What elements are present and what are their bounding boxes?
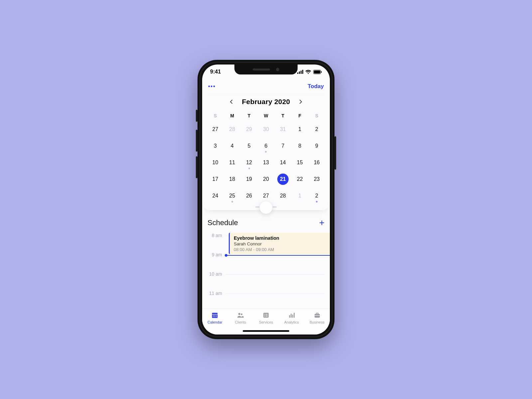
date-cell[interactable]: 27 <box>207 122 224 137</box>
more-button[interactable]: ••• <box>208 83 216 89</box>
date-cell[interactable]: 20 <box>258 172 275 187</box>
date-number: 7 <box>277 140 289 152</box>
today-button[interactable]: Today <box>308 83 324 90</box>
date-number: 23 <box>311 174 323 185</box>
date-cell[interactable]: 2 <box>308 188 325 203</box>
date-cell[interactable]: 3 <box>207 138 224 154</box>
date-cell[interactable]: 12 <box>241 155 258 170</box>
home-indicator[interactable] <box>243 330 289 332</box>
svg-rect-1 <box>299 71 300 74</box>
date-number: 30 <box>260 124 272 135</box>
date-number: 8 <box>294 140 306 152</box>
date-cell[interactable]: 6 <box>258 138 275 154</box>
date-cell[interactable]: 8 <box>291 138 308 154</box>
svg-rect-24 <box>266 316 268 317</box>
chevron-right-icon[interactable] <box>298 99 304 105</box>
date-cell[interactable]: 28 <box>274 188 291 203</box>
date-cell[interactable]: 25 <box>224 188 241 203</box>
date-cell[interactable]: 14 <box>274 155 291 170</box>
services-icon <box>262 312 270 319</box>
weekday-label: W <box>258 111 275 120</box>
tab-calendar[interactable]: Calendar <box>202 312 228 334</box>
hour-divider <box>225 294 325 294</box>
date-number: 19 <box>243 174 255 185</box>
date-cell[interactable]: 28 <box>224 122 241 137</box>
date-cell[interactable]: 13 <box>258 155 275 170</box>
date-cell[interactable]: 24 <box>207 188 224 203</box>
nav-bar: ••• Today <box>202 79 330 94</box>
hour-label: 9 am <box>207 252 225 257</box>
date-cell[interactable]: 2 <box>308 122 325 137</box>
date-cell[interactable]: 15 <box>291 155 308 170</box>
current-time-indicator <box>226 255 330 256</box>
tab-label: Services <box>259 320 273 324</box>
date-number: 25 <box>226 190 238 201</box>
weekday-label: F <box>291 111 308 120</box>
svg-point-17 <box>241 314 242 315</box>
svg-rect-19 <box>264 314 265 315</box>
date-cell[interactable]: 26 <box>241 188 258 203</box>
date-cell[interactable]: 1 <box>291 122 308 137</box>
date-number: 18 <box>226 174 238 185</box>
svg-rect-14 <box>214 316 215 317</box>
date-number: 26 <box>243 190 255 201</box>
date-cell[interactable]: 23 <box>308 172 325 187</box>
date-number: 24 <box>209 190 221 201</box>
date-cell[interactable]: 17 <box>207 172 224 187</box>
cellular-icon <box>297 70 303 74</box>
date-cell[interactable]: 22 <box>291 172 308 187</box>
timeline[interactable]: Eyebrow lamination Sarah Connor 08:00 AM… <box>207 233 325 310</box>
svg-rect-6 <box>321 71 322 73</box>
weekday-label: S <box>308 111 325 120</box>
svg-rect-2 <box>301 71 302 74</box>
date-cell[interactable]: 7 <box>274 138 291 154</box>
hour-label: 10 am <box>207 271 225 277</box>
date-cell[interactable]: 29 <box>241 122 258 137</box>
date-cell[interactable]: 19 <box>241 172 258 187</box>
event-client: Sarah Connor <box>234 241 326 246</box>
date-number: 27 <box>260 190 272 201</box>
phone-screen: 9:41 ••• Today February 2020 SMTWTFS 272… <box>202 65 330 334</box>
schedule-title: Schedule <box>207 218 238 227</box>
tab-label: Clients <box>235 320 246 324</box>
event-dot <box>248 168 250 169</box>
svg-rect-20 <box>266 314 268 314</box>
date-number: 11 <box>226 157 238 168</box>
phone-side-button <box>196 110 198 122</box>
date-cell[interactable]: 16 <box>308 155 325 170</box>
date-number: 1 <box>294 190 306 201</box>
tab-label: Analytics <box>284 320 299 324</box>
date-cell[interactable]: 4 <box>224 138 241 154</box>
date-number: 14 <box>277 157 289 168</box>
weekday-label: S <box>207 111 224 120</box>
svg-rect-29 <box>315 314 320 318</box>
date-cell[interactable]: 11 <box>224 155 241 170</box>
date-cell[interactable]: 10 <box>207 155 224 170</box>
chevron-left-icon[interactable] <box>228 99 234 105</box>
date-number: 29 <box>243 124 255 135</box>
date-number: 2 <box>311 190 323 201</box>
tab-business[interactable]: Business <box>304 312 330 334</box>
hour-divider <box>225 274 325 275</box>
date-number: 28 <box>226 124 238 135</box>
date-cell[interactable]: 9 <box>308 138 325 154</box>
date-cell[interactable]: 5 <box>241 138 258 154</box>
svg-rect-22 <box>266 315 268 316</box>
svg-rect-26 <box>291 314 292 318</box>
weekday-row: SMTWTFS <box>202 111 330 120</box>
add-event-button[interactable]: + <box>319 218 325 227</box>
svg-rect-12 <box>216 315 217 316</box>
date-cell[interactable]: 1 <box>291 188 308 203</box>
svg-rect-27 <box>292 315 293 318</box>
clients-icon <box>236 312 244 319</box>
event-card[interactable]: Eyebrow lamination Sarah Connor 08:00 AM… <box>229 233 330 254</box>
date-cell[interactable]: 21 <box>274 172 291 187</box>
phone-side-button <box>196 130 198 152</box>
date-cell[interactable]: 18 <box>224 172 241 187</box>
date-cell[interactable]: 30 <box>258 122 275 137</box>
date-cell[interactable]: 31 <box>274 122 291 137</box>
analytics-icon <box>288 312 296 319</box>
hour-row: 11 am <box>207 291 325 310</box>
month-title: February 2020 <box>242 98 290 106</box>
weekday-label: T <box>241 111 258 120</box>
